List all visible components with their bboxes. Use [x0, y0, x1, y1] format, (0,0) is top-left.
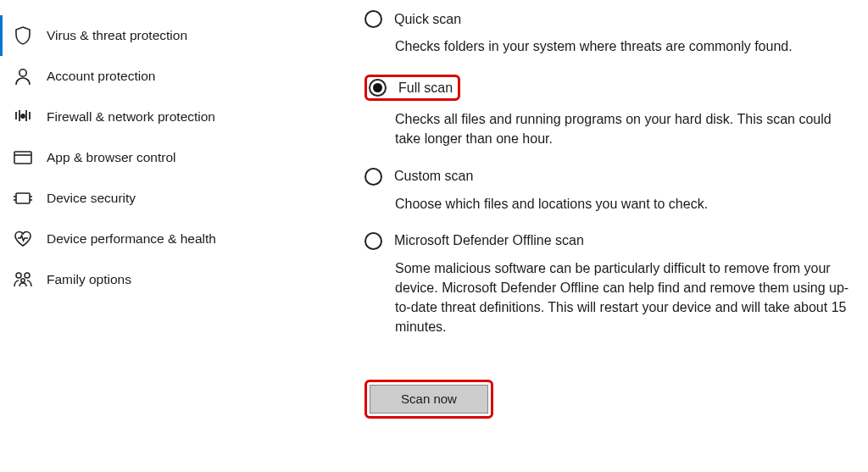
- browser-icon: [9, 150, 36, 165]
- scan-option-offline: Microsoft Defender Offline scan Some mal…: [364, 232, 860, 337]
- scan-option-custom: Custom scan Choose which files and locat…: [364, 168, 860, 214]
- shield-icon: [9, 26, 36, 45]
- option-title: Full scan: [398, 81, 453, 96]
- option-title: Quick scan: [394, 12, 461, 27]
- svg-point-1: [21, 114, 25, 118]
- sidebar: Virus & threat protection Account protec…: [0, 0, 326, 472]
- sidebar-item-label: Account protection: [47, 69, 155, 84]
- svg-rect-2: [14, 152, 31, 164]
- svg-point-0: [19, 69, 26, 76]
- sidebar-item-label: Family options: [47, 272, 131, 287]
- svg-rect-4: [16, 193, 30, 203]
- sidebar-item-label: Firewall & network protection: [47, 109, 215, 125]
- chip-icon: [9, 191, 36, 206]
- sidebar-item-label: Virus & threat protection: [47, 28, 187, 43]
- sidebar-item-app-browser-control[interactable]: App & browser control: [0, 137, 326, 178]
- highlight-full-scan: Full scan: [364, 75, 460, 101]
- sidebar-item-firewall-network[interactable]: Firewall & network protection: [0, 97, 326, 137]
- sidebar-item-label: Device security: [47, 191, 136, 206]
- radio-offline-scan[interactable]: [364, 232, 382, 250]
- heart-icon: [9, 230, 36, 247]
- option-desc: Checks all files and running programs on…: [395, 109, 860, 148]
- sidebar-item-label: App & browser control: [47, 150, 176, 165]
- svg-point-10: [25, 273, 30, 278]
- sidebar-item-label: Device performance & health: [47, 231, 216, 247]
- sidebar-item-virus-threat-protection[interactable]: Virus & threat protection: [0, 15, 326, 56]
- sidebar-item-family-options[interactable]: Family options: [0, 259, 326, 300]
- option-desc: Some malicious software can be particula…: [395, 258, 860, 337]
- radio-full-scan[interactable]: [369, 79, 387, 97]
- radio-quick-scan[interactable]: [364, 10, 382, 28]
- network-icon: [9, 109, 36, 125]
- svg-point-11: [21, 279, 25, 282]
- person-icon: [9, 67, 36, 86]
- option-title: Custom scan: [394, 169, 473, 184]
- svg-point-9: [16, 273, 21, 278]
- scan-now-button[interactable]: Scan now: [370, 385, 488, 414]
- highlight-scan-now: Scan now: [364, 380, 493, 419]
- sidebar-item-account-protection[interactable]: Account protection: [0, 56, 326, 97]
- scan-option-full: Full scan Checks all files and running p…: [364, 75, 860, 148]
- scan-option-quick: Quick scan Checks folders in your system…: [364, 10, 860, 56]
- option-desc: Choose which files and locations you wan…: [395, 194, 860, 214]
- sidebar-item-device-security[interactable]: Device security: [0, 178, 326, 219]
- scan-options-panel: Quick scan Checks folders in your system…: [326, 0, 868, 472]
- radio-custom-scan[interactable]: [364, 168, 382, 186]
- sidebar-item-device-performance[interactable]: Device performance & health: [0, 219, 326, 259]
- option-desc: Checks folders in your system where thre…: [395, 36, 860, 56]
- family-icon: [9, 271, 36, 288]
- option-title: Microsoft Defender Offline scan: [394, 233, 584, 248]
